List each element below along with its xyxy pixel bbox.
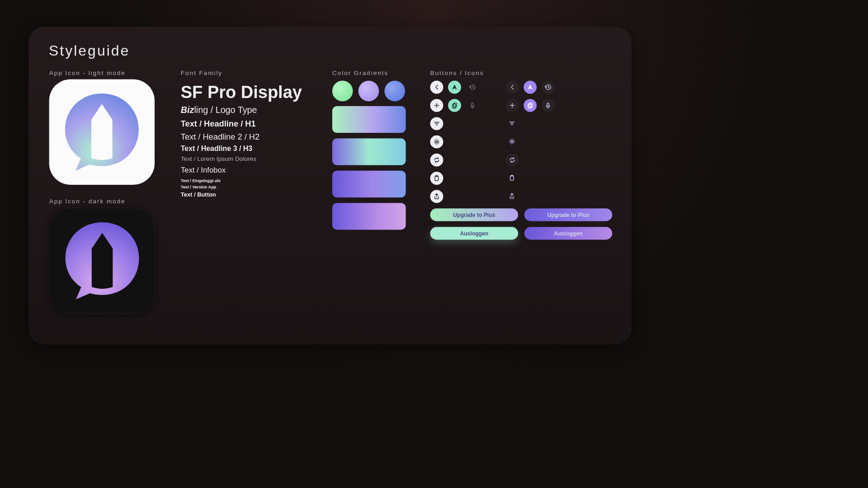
add-button-dark[interactable] bbox=[506, 99, 519, 112]
paste-icon-dark[interactable] bbox=[506, 172, 519, 185]
buttons-icons-column: Buttons / Icons bbox=[430, 70, 613, 240]
font-name: SF Pro Display bbox=[181, 82, 302, 102]
swatch-lavender bbox=[359, 81, 379, 102]
swatch-green bbox=[332, 81, 353, 102]
upgrade-button-dark[interactable]: Upgrade to Plus bbox=[524, 208, 613, 221]
color-gradients-column: Color Gradients bbox=[332, 70, 406, 235]
back-button-light[interactable] bbox=[430, 81, 443, 94]
headline-3-sample: Text / Headline 3 / H3 bbox=[181, 144, 302, 152]
paste-button-light[interactable] bbox=[430, 172, 443, 185]
gradient-bar-1 bbox=[332, 106, 406, 133]
icon-set-light bbox=[430, 81, 479, 203]
typography-column: Font Family SF Pro Display Bizling / Log… bbox=[181, 70, 302, 201]
app-icon-dark bbox=[49, 208, 156, 314]
app-icon-dark-label: App Icon - dark mode bbox=[49, 198, 156, 205]
gradient-bar-4 bbox=[332, 203, 406, 230]
color-gradients-label: Color Gradients bbox=[332, 70, 406, 77]
refresh-button-light[interactable] bbox=[430, 154, 443, 167]
button-text-sample: Text / Button bbox=[181, 192, 302, 198]
page-title: Styleguide bbox=[49, 42, 130, 59]
upgrade-button-light[interactable]: Upgrade to Plus bbox=[430, 208, 519, 221]
mic-button-light[interactable] bbox=[466, 99, 479, 112]
history-button-dark[interactable] bbox=[542, 81, 555, 94]
icon-set-dark bbox=[506, 81, 555, 203]
share-button-light[interactable] bbox=[430, 190, 443, 203]
infobox-text-sample: Text / Infobox bbox=[181, 166, 302, 175]
gradient-bar-3 bbox=[332, 171, 406, 197]
font-family-label: Font Family bbox=[181, 70, 302, 77]
share-icon-dark[interactable] bbox=[506, 190, 519, 203]
color-swatches bbox=[332, 81, 406, 102]
copy-button-light[interactable] bbox=[448, 99, 461, 112]
app-icon-light bbox=[49, 80, 155, 185]
send-button-dark[interactable] bbox=[524, 81, 537, 94]
logo-dark bbox=[58, 217, 146, 305]
mic-button-dark[interactable] bbox=[542, 99, 555, 112]
styleguide-panel: Styleguide App Icon - light mode App Ic bbox=[28, 27, 632, 344]
body-text-sample: Text / Lorem Ipsum Dolores bbox=[181, 155, 302, 163]
logout-button-light[interactable]: Ausloggen bbox=[430, 227, 519, 239]
version-text-sample: Text / Version App bbox=[181, 185, 302, 190]
send-button-light[interactable] bbox=[448, 81, 461, 94]
app-icon-light-label: App Icon - light mode bbox=[49, 70, 156, 77]
swatch-blue bbox=[384, 81, 405, 102]
gradient-bar-2 bbox=[332, 138, 406, 165]
refresh-button-dark[interactable] bbox=[506, 154, 519, 167]
filter-icon-dark[interactable] bbox=[506, 117, 519, 130]
logo-light bbox=[58, 88, 146, 176]
pill-buttons-dark: Upgrade to Plus Ausloggen bbox=[524, 208, 613, 239]
filter-button-light[interactable] bbox=[430, 117, 443, 130]
app-icons-column: App Icon - light mode App Icon - dark mo… bbox=[49, 70, 156, 314]
logout-button-dark[interactable]: Ausloggen bbox=[524, 227, 613, 239]
copy-button-dark[interactable] bbox=[524, 99, 537, 112]
settings-button-light[interactable] bbox=[430, 135, 443, 148]
logo-type-sample: Bizling / Logo Type bbox=[181, 105, 302, 116]
headline-1-sample: Text / Headline / H1 bbox=[181, 119, 302, 128]
add-button-light[interactable] bbox=[430, 99, 443, 112]
headline-2-sample: Text / Headline 2 / H2 bbox=[181, 132, 302, 141]
history-button-light[interactable] bbox=[466, 81, 479, 94]
back-button-dark[interactable] bbox=[506, 81, 519, 94]
logged-in-text-sample: Text / Eingeloggt als bbox=[181, 178, 302, 183]
settings-icon-dark[interactable] bbox=[506, 135, 519, 148]
buttons-icons-label: Buttons / Icons bbox=[430, 70, 613, 77]
pill-buttons-light: Upgrade to Plus Ausloggen bbox=[430, 208, 519, 239]
